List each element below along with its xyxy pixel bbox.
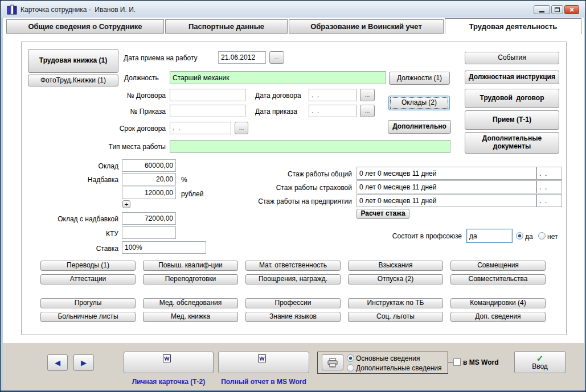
- experience-insurance-date-field[interactable]: . .: [536, 180, 562, 193]
- labor-contract-button[interactable]: Трудовой договор: [465, 89, 559, 108]
- employee-card-icon: [7, 5, 17, 15]
- business-trips-button[interactable]: Командировки (4): [450, 298, 546, 308]
- contract-term-field[interactable]: . .: [170, 122, 231, 134]
- vacations-button[interactable]: Отпуска (2): [348, 274, 443, 284]
- close-button[interactable]: ✕: [564, 5, 579, 14]
- additional-info-button[interactable]: Доп. сведения: [450, 312, 546, 322]
- contract-no-field[interactable]: [170, 89, 245, 101]
- hire-date-field[interactable]: 21.06.2012: [218, 51, 266, 64]
- penalties-button[interactable]: Взыскания: [348, 261, 443, 271]
- experience-total-date-field[interactable]: . .: [536, 167, 562, 180]
- salaries-button[interactable]: Оклады (2): [388, 96, 450, 110]
- minimize-icon: [539, 11, 544, 13]
- tab-passport[interactable]: Паспортные данные: [165, 19, 288, 34]
- contract-no-label: № Договора: [69, 92, 166, 100]
- awards-button[interactable]: Поощрения, награжд.: [245, 274, 341, 284]
- union-yes-radio[interactable]: [516, 232, 523, 240]
- word-checkbox[interactable]: [453, 358, 461, 366]
- rate-field[interactable]: 100%: [122, 241, 206, 254]
- order-date-browse-button[interactable]: ...: [360, 105, 375, 117]
- social-benefits-button[interactable]: Соц. льготы: [348, 312, 443, 322]
- transfers-button[interactable]: Переводы (1): [40, 261, 136, 271]
- medical-examinations-button[interactable]: Мед. обследования: [143, 298, 238, 308]
- safety-training-button[interactable]: Инструктаж по ТБ: [348, 298, 443, 308]
- printer-icon: [327, 342, 338, 383]
- add-bonus-button[interactable]: +: [122, 200, 130, 208]
- additional-documents-button[interactable]: Дополнительные документы: [465, 132, 559, 154]
- personal-card-t2-button[interactable]: Личная карточка (Т-2): [124, 352, 214, 373]
- employee-card-window: Карточка сотрудника - Иванов И. И. ✕ Общ…: [0, 0, 586, 392]
- ktu-label: КТУ: [23, 230, 118, 238]
- order-no-label: № Приказа: [69, 108, 166, 115]
- contract-term-browse-button[interactable]: ...: [235, 122, 248, 134]
- hire-date-browse-button[interactable]: ...: [269, 51, 284, 64]
- word-checkbox-label: в MS Word: [463, 358, 498, 366]
- additional-info-radio[interactable]: [347, 364, 354, 372]
- contract-date-field[interactable]: . .: [309, 89, 356, 101]
- job-instruction-button[interactable]: Должностная инструкция: [465, 71, 559, 84]
- combinations-button[interactable]: Совмещения: [450, 261, 546, 271]
- experience-insurance-label: Стаж работы страховой: [240, 184, 352, 192]
- full-report-word-button[interactable]: Полный отчет в MS Word: [218, 352, 309, 373]
- prev-record-button[interactable]: ◀: [47, 354, 68, 371]
- bonus-percent-field[interactable]: 20,00: [122, 173, 176, 185]
- salary-field[interactable]: 60000,00: [122, 159, 176, 172]
- checkmark-icon: ✓: [536, 354, 544, 362]
- languages-button[interactable]: Знание языков: [245, 312, 341, 322]
- ktu-field[interactable]: [122, 226, 176, 239]
- bonus-label: Надбавка: [23, 176, 118, 184]
- medical-book-button[interactable]: Мед. книжка: [143, 312, 238, 322]
- experience-insurance-field[interactable]: 0 лет 0 месяцев 11 дней: [356, 180, 536, 193]
- tab-general[interactable]: Общие сведения о Сотруднике: [6, 19, 164, 34]
- experience-enterprise-field[interactable]: 0 лет 0 месяцев 11 дней: [356, 194, 536, 207]
- order-date-field[interactable]: . .: [309, 105, 356, 117]
- union-no-radio[interactable]: [538, 232, 546, 240]
- attestations-button[interactable]: Аттестации: [40, 274, 136, 284]
- main-info-radio[interactable]: [347, 354, 354, 362]
- print-button[interactable]: [322, 354, 343, 370]
- absences-button[interactable]: Прогулы: [40, 298, 136, 308]
- positions-button[interactable]: Должности (1): [389, 72, 450, 85]
- material-responsibility-button[interactable]: Мат. ответственность: [245, 261, 341, 271]
- union-no-label: нет: [547, 233, 558, 241]
- retraining-button[interactable]: Переподготовки: [143, 274, 238, 284]
- word-doc-icon: [258, 339, 269, 378]
- union-yes-label: да: [525, 233, 533, 241]
- events-button[interactable]: События: [465, 52, 559, 64]
- salary-label: Оклад: [23, 162, 118, 170]
- rate-label: Ставка: [23, 245, 118, 253]
- bonus-rub-field[interactable]: 12000,00: [122, 187, 176, 199]
- minimize-button[interactable]: [534, 5, 550, 14]
- word-doc-icon: [163, 339, 174, 378]
- experience-enterprise-date-field[interactable]: . .: [536, 194, 562, 207]
- workplace-type-field[interactable]: [170, 140, 450, 153]
- experience-total-field[interactable]: 0 лет 0 месяцев 11 дней: [356, 167, 536, 180]
- hire-date-label: Дата приема на работу: [124, 54, 198, 62]
- work-book-button[interactable]: Трудовая книжка (1): [28, 49, 118, 73]
- next-arrow-icon: ▶: [81, 359, 87, 366]
- calc-experience-button[interactable]: Расчет стажа: [356, 209, 409, 219]
- salary-total-field[interactable]: 72000,00: [122, 212, 176, 225]
- next-record-button[interactable]: ▶: [73, 354, 94, 371]
- connector-line: [448, 362, 453, 362]
- order-no-field[interactable]: [170, 105, 245, 117]
- qualification-button[interactable]: Повыш. квалиф-ции: [143, 261, 238, 271]
- enter-button[interactable]: ✓ Ввод: [514, 351, 565, 373]
- union-field[interactable]: да: [466, 229, 513, 243]
- additional-info-label: Дополнительные сведения: [356, 364, 441, 372]
- contract-date-label: Дата договора: [255, 92, 301, 100]
- hiring-t1-button[interactable]: Прием (Т-1): [465, 110, 559, 130]
- tab-education[interactable]: Образование и Воинский учет: [289, 19, 444, 34]
- tab-labor-activity[interactable]: Трудовая деятельность: [445, 18, 581, 34]
- photo-work-book-button[interactable]: ФотоТруд.Книжки (1): [28, 75, 118, 86]
- contract-date-browse-button[interactable]: ...: [360, 89, 375, 101]
- additional-button[interactable]: Дополнительно: [388, 120, 451, 134]
- position-field[interactable]: Старший механик: [170, 71, 386, 84]
- second-jobs-button[interactable]: Совместительства: [450, 274, 546, 284]
- title-bar: Карточка сотрудника - Иванов И. И.: [1, 1, 585, 18]
- maximize-button[interactable]: [551, 5, 563, 14]
- professions-button[interactable]: Профессии: [245, 298, 341, 308]
- close-icon: ✕: [569, 6, 574, 14]
- experience-enterprise-label: Стаж работы на предприятии: [240, 197, 352, 205]
- sick-leaves-button[interactable]: Больничные листы: [40, 312, 136, 322]
